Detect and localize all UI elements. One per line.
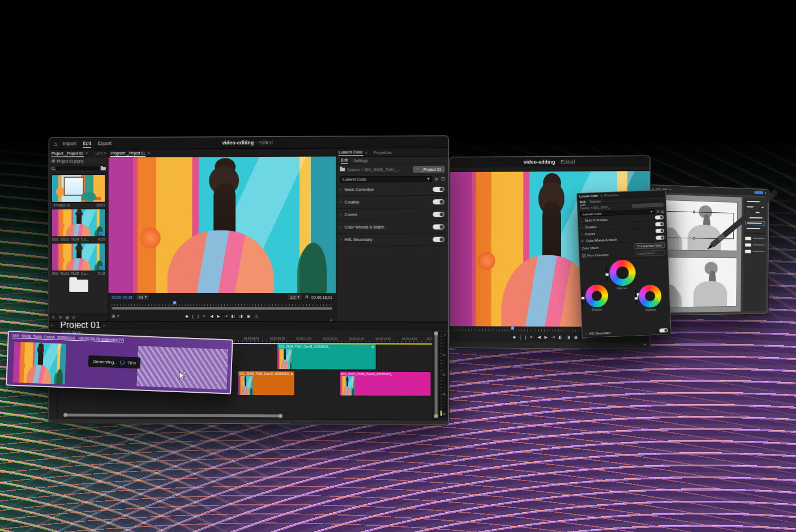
storyboard-frame-1[interactable] <box>656 199 738 251</box>
target-input[interactable] <box>632 203 664 208</box>
panel-menu-icon[interactable]: ≡ <box>600 194 602 198</box>
play-icon[interactable]: ▶ <box>217 314 220 318</box>
checkbox-icon[interactable]: ✓ <box>582 254 585 258</box>
media-item[interactable]: _Project 01 18:01 <box>52 174 106 207</box>
compare-icon[interactable]: ◫ <box>254 314 258 319</box>
generative-extend-clip[interactable]: S01_Sh03_Tk04_CamA_20250103_ -00;00;04;2… <box>6 331 233 394</box>
target-sequence-chip[interactable]: ✎ _Project 01 <box>413 166 445 173</box>
export-frame-icon[interactable]: ▣ <box>247 314 251 319</box>
tab-settings[interactable]: Settings <box>353 158 367 162</box>
menu-edit[interactable]: Edit <box>83 139 91 148</box>
media-item[interactable]: S01_Sh04_Tk02_CamB_2025010... 2:18 <box>52 243 106 276</box>
resolution-select[interactable]: 1/2 ▾ <box>287 294 302 301</box>
face-detection-checkbox[interactable]: ✓ Face Detection <box>582 252 635 258</box>
step-back-icon[interactable]: ◀ <box>537 334 540 339</box>
section-toggle[interactable] <box>655 222 664 226</box>
mark-out-icon[interactable]: } <box>525 335 526 339</box>
new-item-icon[interactable]: ⊞ <box>72 315 76 320</box>
midtones-slider[interactable] <box>606 266 607 281</box>
list-view-icon[interactable]: ☰ <box>58 315 62 320</box>
timeline-clip-orange[interactable]: S01_Sh05_Tk03_CamC_20250103_ ▶ <box>238 371 294 395</box>
lift-icon[interactable]: ◧ <box>559 335 563 340</box>
brush-preset[interactable] <box>745 226 765 231</box>
export-frame-icon[interactable]: ▣ <box>574 335 578 340</box>
layer-row[interactable] <box>744 248 764 254</box>
lift-icon[interactable]: ◧ <box>232 314 236 318</box>
button-editor-plus-icon[interactable]: + <box>330 318 332 322</box>
section-toggle[interactable] <box>433 187 444 192</box>
program-preview-video[interactable] <box>108 156 336 293</box>
pen-tool-icon[interactable]: ✎ <box>52 315 55 320</box>
tab-lumetri-color[interactable]: Lumetri Color <box>338 149 363 156</box>
section-toggle[interactable] <box>656 229 664 233</box>
section-basic-correction[interactable]: › Basic Correction <box>336 183 448 196</box>
tab-properties[interactable]: Properties <box>374 151 392 155</box>
step-back-icon[interactable]: ◀ <box>210 314 213 318</box>
timeline-vertical-scrollbar[interactable] <box>435 332 438 418</box>
section-toggle[interactable] <box>655 215 664 220</box>
midtones-color-wheel[interactable] <box>609 259 636 286</box>
sequence-thumbnail[interactable] <box>52 174 106 203</box>
tab-edit[interactable]: Edit <box>341 157 348 164</box>
timeline-clip-magenta[interactable]: S01_Sh07_Tk08_CamD_20250103_ <box>340 372 430 396</box>
go-to-out-icon[interactable]: ⇥ <box>224 314 228 318</box>
fit-select[interactable]: Fit ▾ <box>136 294 149 301</box>
media-item[interactable]: S01_Sh03_Tk04_CamA_2025010... 4:29 <box>52 209 106 242</box>
compare-view-icon[interactable]: ◫ <box>661 209 664 213</box>
brush-preset-selected[interactable] <box>745 221 765 225</box>
extract-icon[interactable]: ◨ <box>239 314 243 318</box>
clip-thumbnail[interactable] <box>52 209 106 237</box>
mark-out-icon[interactable]: } <box>198 314 199 318</box>
fx-icon[interactable]: fx <box>657 209 660 213</box>
mark-in-icon[interactable]: { <box>520 335 521 339</box>
go-to-in-icon[interactable]: ⇤ <box>203 314 206 318</box>
section-toggle[interactable] <box>656 235 664 240</box>
tab-program[interactable]: Program: _Project 01 <box>110 149 146 156</box>
section-toggle[interactable] <box>659 328 667 333</box>
extract-icon[interactable]: ◨ <box>567 335 571 340</box>
tab-project[interactable]: Project: _Project 01 <box>51 150 84 157</box>
playhead[interactable] <box>511 327 515 330</box>
shadows-slider[interactable] <box>582 290 584 304</box>
go-to-in-icon[interactable]: ⇤ <box>530 334 534 339</box>
compare-view-icon[interactable]: ◫ <box>441 177 445 181</box>
section-toggle[interactable] <box>433 224 444 229</box>
section-toggle[interactable] <box>433 212 444 217</box>
home-icon[interactable]: ⌂ <box>54 140 57 147</box>
timeline-clip-teal[interactable]: S01_Sh04_Tk02_CamB_20250103_ ▶ <box>277 344 375 370</box>
comparison-view-button[interactable]: Comparison View <box>635 242 665 249</box>
accept-button[interactable] <box>754 191 763 194</box>
tab-lumetri-overflow[interactable]: Lum <box>95 151 102 155</box>
monitor-scrollbar[interactable] <box>112 307 332 310</box>
layer-row[interactable] <box>745 242 765 248</box>
add-marker-icon[interactable]: ◆ <box>513 334 516 339</box>
section-curves[interactable]: › Curves <box>336 208 448 221</box>
go-to-out-icon[interactable]: ⇥ <box>551 335 555 340</box>
highlights-color-wheel[interactable] <box>638 285 662 308</box>
tab-properties[interactable]: Properties <box>604 193 618 197</box>
monitor-scrubber[interactable] <box>112 301 332 306</box>
section-color-wheels[interactable]: › Color Wheels & Match <box>336 221 448 233</box>
timeline-horizontal-scrollbar[interactable] <box>65 414 281 418</box>
tab-overflow-icon[interactable]: » <box>104 151 106 155</box>
panel-menu-icon[interactable]: ≡ <box>85 151 88 155</box>
shadows-color-wheel[interactable] <box>585 284 609 308</box>
apply-match-button[interactable]: Apply Match <box>635 250 665 256</box>
add-marker-icon[interactable]: ◆ <box>185 314 188 318</box>
highlights-slider[interactable] <box>635 290 637 304</box>
panel-menu-icon[interactable]: ≡ <box>365 151 367 155</box>
section-toggle[interactable] <box>433 237 444 242</box>
play-icon[interactable]: ▶ <box>545 335 547 340</box>
playhead[interactable] <box>173 301 177 304</box>
section-toggle[interactable] <box>433 199 444 204</box>
settings-wrench-icon[interactable]: ⚙ <box>305 295 309 299</box>
search-input[interactable] <box>56 166 99 170</box>
icon-view-icon[interactable]: ▦ <box>65 315 69 320</box>
mark-in-icon[interactable]: { <box>192 314 194 318</box>
layer-row[interactable] <box>745 235 765 241</box>
section-creative[interactable]: › Creative <box>336 196 448 209</box>
window-titlebar[interactable]: video-editing - Edited <box>450 156 650 168</box>
panel-menu-icon[interactable]: ≡ <box>147 151 149 155</box>
chevron-down-icon[interactable]: ▾ <box>117 314 119 318</box>
menu-export[interactable]: Export <box>98 139 112 147</box>
